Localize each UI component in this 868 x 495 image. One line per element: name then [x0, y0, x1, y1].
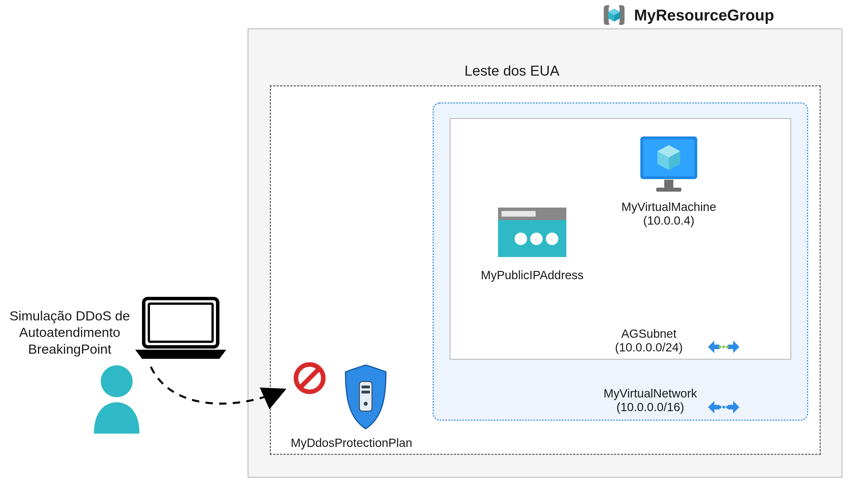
subnet-cidr: (10.0.0.0/24): [609, 341, 689, 354]
svg-rect-23: [361, 386, 370, 388]
svg-point-19: [719, 406, 721, 409]
simulation-label-line1: Simulação DDoS de: [9, 308, 131, 324]
public-ip-block: MyPublicIPAddress: [472, 205, 592, 282]
svg-rect-6: [656, 188, 681, 192]
svg-point-14: [530, 233, 543, 245]
vnet-icon: [708, 395, 739, 419]
virtual-machine-ip: (10.0.0.4): [613, 214, 724, 227]
svg-point-13: [514, 233, 527, 245]
virtual-machine-block: MyVirtualMachine (10.0.0.4): [613, 134, 724, 227]
svg-rect-24: [361, 391, 370, 393]
resource-group-header: MyResourceGroup: [601, 1, 774, 29]
user-icon: [88, 362, 145, 438]
subnet-labels: AGSubnet (10.0.0.0/24): [609, 327, 689, 354]
laptop-icon: [132, 296, 229, 365]
resource-group-title: MyResourceGroup: [634, 6, 774, 24]
svg-rect-29: [149, 304, 213, 342]
svg-point-15: [546, 233, 558, 245]
ddos-shield-icon: [314, 428, 389, 433]
public-ip-name: MyPublicIPAddress: [472, 268, 592, 282]
attack-arrow: [148, 364, 302, 425]
simulation-label-line3: BreakingPoint: [9, 341, 131, 357]
vnet-cidr: (10.0.0.0/16): [601, 400, 700, 414]
public-ip-icon: [495, 260, 569, 265]
region-title: Leste dos EUA: [464, 63, 559, 79]
simulation-label-line2: Autoatendimento: [9, 324, 131, 341]
svg-point-18: [726, 345, 729, 348]
subnet-name: AGSubnet: [609, 327, 689, 341]
svg-rect-12: [502, 211, 536, 217]
svg-rect-5: [664, 180, 673, 188]
svg-point-17: [722, 345, 725, 348]
subnet-icon: [708, 335, 739, 359]
simulation-label: Simulação DDoS de Autoatendimento Breaki…: [9, 308, 131, 357]
vnet-labels: MyVirtualNetwork (10.0.0.0/16): [601, 387, 700, 414]
svg-line-27: [300, 369, 319, 387]
svg-point-21: [726, 406, 729, 409]
svg-point-30: [101, 365, 133, 397]
svg-point-20: [722, 406, 725, 409]
svg-point-25: [364, 402, 368, 406]
virtual-machine-icon: [635, 192, 703, 197]
svg-point-16: [719, 345, 721, 348]
resource-group-icon: [601, 1, 628, 29]
diagram-stage: MyResourceGroup Leste dos EUA MyVirtualM…: [0, 0, 868, 495]
virtual-machine-name: MyVirtualMachine: [613, 200, 724, 214]
vnet-name: MyVirtualNetwork: [601, 387, 700, 400]
ddos-protection-name: MyDdosProtectionPlan: [282, 436, 421, 450]
